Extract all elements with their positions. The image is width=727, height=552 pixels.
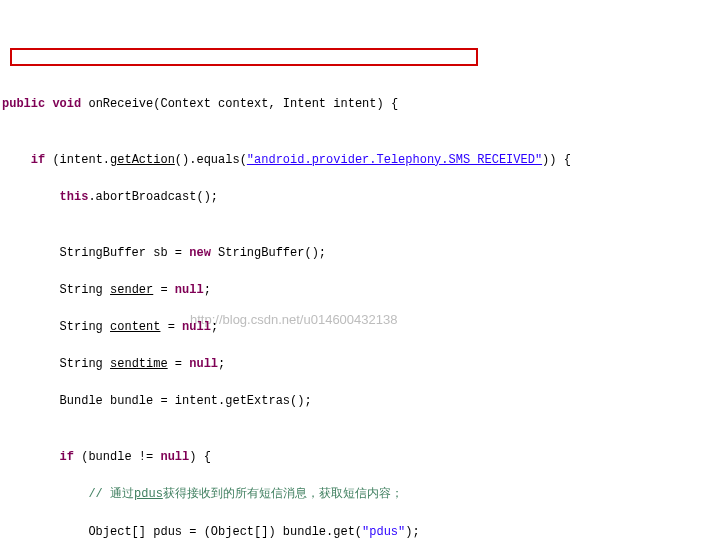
code-line: String content = null; [2, 318, 717, 337]
var-sendtime: sendtime [110, 357, 168, 371]
kw-null: null [182, 320, 211, 334]
code-block: public void onReceive(Context context, I… [2, 76, 717, 552]
text: = [160, 320, 182, 334]
text: (intent. [45, 153, 110, 167]
text: )) { [542, 153, 571, 167]
text: String [2, 357, 110, 371]
kw-null: null [189, 357, 218, 371]
code-line: if (bundle != null) { [2, 448, 717, 467]
text: = [153, 283, 175, 297]
code-line: String sender = null; [2, 281, 717, 300]
text: (bundle != [74, 450, 160, 464]
var-sender: sender [110, 283, 153, 297]
text: Object[] pdus = (Object[]) bundle.get( [2, 525, 362, 539]
text: ; [204, 283, 211, 297]
kw-this: this [2, 190, 88, 204]
comment: 获得接收到的所有短信消息，获取短信内容； [163, 487, 403, 501]
code-line: public void onReceive(Context context, I… [2, 95, 717, 114]
code-line: String sendtime = null; [2, 355, 717, 374]
text: = [168, 357, 190, 371]
code-line: // 通过pdus获得接收到的所有短信消息，获取短信内容； [2, 485, 717, 504]
text: String [2, 283, 110, 297]
kw-new: new [189, 246, 211, 260]
comment: // 通过 [2, 487, 134, 501]
kw-if: if [2, 450, 74, 464]
text: Bundle bundle = intent.getExtras(); [2, 394, 312, 408]
kw-if: if [2, 153, 45, 167]
text: StringBuffer(); [211, 246, 326, 260]
text: .abortBroadcast(); [88, 190, 218, 204]
kw-void: void [45, 97, 81, 111]
code-line: Bundle bundle = intent.getExtras(); [2, 392, 717, 411]
text: ; [218, 357, 225, 371]
text: String [2, 320, 110, 334]
comment-underlined: pdus [134, 487, 163, 501]
method-getaction: getAction [110, 153, 175, 167]
kw-public: public [2, 97, 45, 111]
code-line: Object[] pdus = (Object[]) bundle.get("p… [2, 523, 717, 542]
string-literal: "pdus" [362, 525, 405, 539]
text: ().equals( [175, 153, 247, 167]
code-line-highlighted: this.abortBroadcast(); [2, 188, 717, 207]
red-highlight-box [10, 48, 478, 66]
var-content: content [110, 320, 160, 334]
text: ; [211, 320, 218, 334]
code-line: StringBuffer sb = new StringBuffer(); [2, 244, 717, 263]
string-literal: "android.provider.Telephony.SMS_RECEIVED… [247, 153, 542, 167]
text: ); [405, 525, 419, 539]
kw-null: null [160, 450, 189, 464]
text: ) { [189, 450, 211, 464]
text: StringBuffer sb = [2, 246, 189, 260]
kw-null: null [175, 283, 204, 297]
code-line: if (intent.getAction().equals("android.p… [2, 151, 717, 170]
text: onReceive(Context context, Intent intent… [81, 97, 398, 111]
